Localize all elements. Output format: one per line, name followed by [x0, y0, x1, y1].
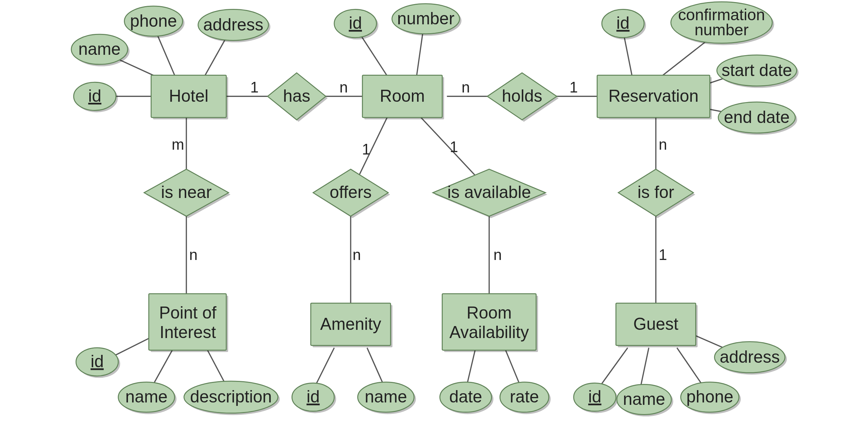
svg-text:Interest: Interest: [159, 323, 216, 341]
svg-text:offers: offers: [330, 183, 372, 201]
relationship-is-near: is near: [144, 169, 230, 218]
attr-reservation-id: id: [602, 9, 646, 39]
attr-guest-name: name: [617, 384, 673, 416]
svg-text:Reservation: Reservation: [608, 86, 699, 105]
svg-text:name: name: [365, 387, 407, 406]
svg-text:Guest: Guest: [633, 314, 678, 333]
svg-text:Availability: Availability: [450, 323, 529, 341]
entity-room-availability: Room Availability: [442, 294, 538, 352]
svg-text:1: 1: [659, 246, 667, 263]
svg-text:phone: phone: [686, 387, 733, 406]
entity-hotel: Hotel: [151, 75, 228, 120]
relationship-has: has: [268, 73, 328, 122]
attr-reservation-start-date: start date: [717, 55, 799, 88]
svg-text:rate: rate: [510, 387, 539, 406]
svg-text:n: n: [462, 79, 470, 96]
svg-text:n: n: [353, 246, 361, 263]
relationship-is-available: is available: [433, 169, 547, 218]
relationship-offers: offers: [313, 169, 390, 218]
svg-text:Amenity: Amenity: [320, 314, 381, 333]
svg-line-17: [416, 28, 424, 77]
svg-rect-62: [442, 294, 536, 350]
svg-rect-55: [149, 294, 226, 350]
svg-text:n: n: [493, 246, 502, 263]
attr-hotel-id: id: [74, 82, 118, 112]
entity-amenity: Amenity: [311, 303, 392, 347]
attr-reservation-confirmation: confirmation number: [671, 2, 774, 45]
svg-text:id: id: [307, 387, 320, 406]
entity-poi: Point of Interest: [149, 294, 228, 352]
svg-text:id: id: [617, 13, 630, 32]
entity-room: Room: [362, 75, 444, 120]
svg-text:start date: start date: [722, 61, 792, 79]
attr-room-id: id: [334, 9, 378, 39]
svg-text:1: 1: [570, 79, 578, 96]
relationship-holds: holds: [487, 73, 559, 122]
svg-text:1: 1: [450, 138, 458, 155]
svg-text:Hotel: Hotel: [169, 86, 208, 105]
svg-text:address: address: [720, 347, 780, 366]
svg-text:Room: Room: [467, 303, 512, 322]
svg-text:Point of: Point of: [159, 303, 217, 322]
svg-text:holds: holds: [502, 86, 542, 105]
attr-guest-address: address: [714, 342, 787, 375]
svg-text:description: description: [190, 387, 272, 406]
svg-text:has: has: [283, 86, 310, 105]
attr-guest-id: id: [574, 383, 618, 413]
attr-poi-description: description: [184, 381, 280, 415]
attr-poi-name: name: [118, 382, 177, 414]
er-diagram: 1 n n 1 m n 1 n 1 n n 1 Hotel Room Reser…: [0, 0, 868, 423]
attr-hotel-name: name: [71, 34, 129, 66]
svg-text:n: n: [189, 246, 197, 263]
attr-roomavail-date: date: [440, 382, 493, 414]
attr-hotel-phone: phone: [125, 6, 185, 38]
svg-text:name: name: [78, 39, 121, 58]
svg-text:n: n: [659, 136, 667, 153]
attr-amenity-name: name: [358, 382, 416, 414]
entity-guest: Guest: [616, 303, 698, 347]
svg-text:is near: is near: [161, 183, 212, 201]
svg-text:1: 1: [250, 79, 258, 96]
attr-guest-phone: phone: [681, 382, 741, 414]
svg-text:name: name: [623, 389, 665, 408]
attr-reservation-end-date: end date: [718, 102, 797, 135]
svg-text:id: id: [588, 387, 601, 406]
svg-text:number: number: [695, 21, 749, 39]
svg-text:id: id: [91, 352, 104, 371]
svg-text:number: number: [397, 9, 454, 28]
attr-roomavail-rate: rate: [500, 382, 550, 414]
attr-amenity-id: id: [292, 383, 336, 413]
svg-text:m: m: [172, 136, 184, 153]
entity-reservation: Reservation: [597, 75, 712, 120]
svg-text:address: address: [203, 15, 263, 34]
svg-text:is available: is available: [448, 183, 531, 201]
svg-text:is for: is for: [637, 183, 674, 201]
svg-text:1: 1: [362, 141, 370, 158]
svg-text:phone: phone: [130, 11, 177, 30]
svg-text:name: name: [125, 387, 168, 406]
attr-poi-id: id: [76, 348, 120, 378]
svg-text:id: id: [349, 13, 362, 32]
svg-text:Room: Room: [380, 86, 425, 105]
attr-room-number: number: [392, 4, 462, 36]
relationship-is-for: is for: [618, 169, 695, 218]
attr-hotel-address: address: [198, 9, 270, 42]
svg-text:end date: end date: [724, 108, 790, 126]
svg-text:n: n: [339, 79, 348, 96]
svg-text:date: date: [449, 387, 482, 406]
svg-text:id: id: [88, 86, 101, 105]
